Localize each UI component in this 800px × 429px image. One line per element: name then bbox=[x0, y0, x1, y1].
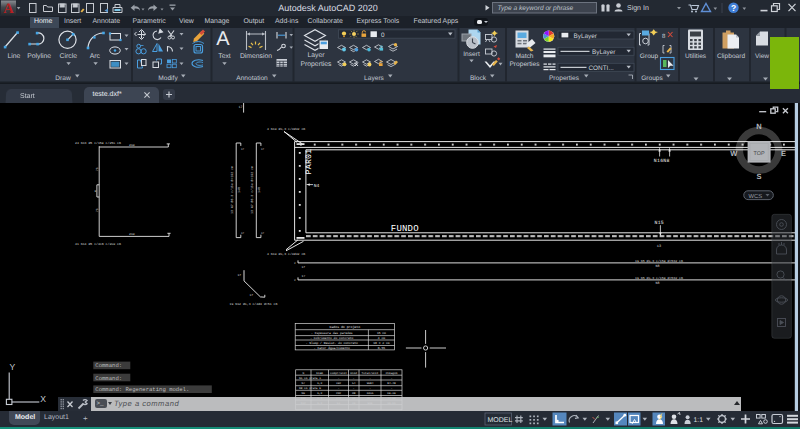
svg-text:Properties: Properties bbox=[549, 75, 580, 82]
svg-text:Annotation: Annotation bbox=[236, 75, 268, 82]
svg-text:13: 13 bbox=[657, 244, 661, 249]
svg-text:Type a keyword or phrase: Type a keyword or phrase bbox=[498, 5, 574, 12]
svg-text:17: 17 bbox=[241, 148, 245, 151]
svg-text:Pesagem: Pesagem bbox=[386, 372, 398, 375]
svg-text:Dados do projeto: Dados do projeto bbox=[329, 325, 360, 329]
svg-text:FUNDO: FUNDO bbox=[391, 224, 419, 234]
svg-text:Utilities: Utilities bbox=[685, 53, 707, 60]
svg-text:S: S bbox=[756, 172, 761, 181]
svg-text:69.19: 69.19 bbox=[387, 392, 396, 395]
svg-text:N7: N7 bbox=[302, 382, 306, 385]
svg-text:6,3: 6,3 bbox=[317, 382, 322, 385]
svg-text:N15: N15 bbox=[655, 220, 665, 226]
svg-text:CONTI...: CONTI... bbox=[589, 65, 614, 72]
svg-text:17: 17 bbox=[241, 232, 245, 235]
svg-text:38: 38 bbox=[352, 392, 356, 395]
svg-text:4 N10 Ø6,3 c/4Ø42 cm: 4 N10 Ø6,3 c/4Ø42 cm bbox=[267, 252, 305, 256]
svg-text:Unid: Unid bbox=[350, 371, 357, 375]
svg-text:N9: N9 bbox=[302, 392, 306, 395]
svg-text:Modify: Modify bbox=[158, 75, 178, 82]
svg-text:192: 192 bbox=[336, 382, 341, 385]
svg-text:0: 0 bbox=[381, 32, 385, 39]
svg-text:10 ± 2 cm: 10 ± 2 cm bbox=[373, 342, 389, 345]
svg-text:148: 148 bbox=[257, 187, 261, 193]
svg-text:Y: Y bbox=[10, 362, 16, 372]
svg-text:Line: Line bbox=[7, 53, 20, 60]
svg-text:N8 CA prata 9: N8 CA prata 9 bbox=[299, 387, 321, 390]
svg-text:Compr/unit: Compr/unit bbox=[330, 371, 347, 375]
svg-text:A: A bbox=[3, 1, 14, 16]
svg-text:View: View bbox=[755, 53, 769, 60]
svg-text:Groups: Groups bbox=[641, 75, 663, 82]
svg-text:Diâm: Diâm bbox=[316, 371, 323, 375]
svg-text:- Cobrimento do concreto: - Cobrimento do concreto bbox=[310, 336, 353, 340]
svg-text:Autodesk AutoCAD 2020: Autodesk AutoCAD 2020 bbox=[278, 3, 378, 13]
svg-text:Command: Regenerating model.: Command: Regenerating model. bbox=[95, 386, 189, 393]
svg-text:17: 17 bbox=[238, 274, 242, 277]
svg-text:75: 75 bbox=[96, 208, 99, 212]
svg-text:17: 17 bbox=[261, 148, 265, 151]
svg-text:MODEL: MODEL bbox=[488, 417, 513, 424]
svg-text:15 cm: 15 cm bbox=[377, 332, 386, 335]
svg-text:Command:: Command: bbox=[95, 375, 122, 382]
svg-text:13 N7 Ø6,3 c/15e Ø=192 cm: 13 N7 Ø6,3 c/15e Ø=192 cm bbox=[230, 166, 234, 214]
svg-text:Total/unit: Total/unit bbox=[362, 371, 379, 375]
svg-text:17: 17 bbox=[302, 274, 306, 278]
svg-text:Clipboard: Clipboard bbox=[717, 53, 746, 60]
svg-text:84.48: 84.48 bbox=[387, 382, 396, 385]
svg-text:Layers: Layers bbox=[364, 75, 384, 82]
svg-text:Properties: Properties bbox=[509, 61, 540, 68]
svg-text:148: 148 bbox=[237, 187, 241, 193]
svg-text:13 N7 Ø6,3 c/15e Ø=192 cm: 13 N7 Ø6,3 c/15e Ø=192 cm bbox=[250, 166, 254, 214]
svg-text:TOP: TOP bbox=[754, 151, 765, 157]
svg-text:ByLayer: ByLayer bbox=[592, 49, 616, 56]
svg-text:N4: N4 bbox=[314, 183, 320, 189]
svg-text:Block: Block bbox=[470, 75, 487, 82]
svg-text:Command:: Command: bbox=[95, 362, 122, 369]
svg-text:Match: Match bbox=[516, 53, 534, 60]
svg-text:A: A bbox=[216, 28, 230, 50]
svg-text:N6 CA prata 1: N6 CA prata 1 bbox=[299, 377, 321, 380]
svg-text:260: 260 bbox=[129, 232, 135, 236]
svg-text:Polyline: Polyline bbox=[27, 53, 51, 60]
svg-text:PAR01: PAR01 bbox=[305, 148, 314, 174]
svg-text:- Fator Água/Cimento: - Fator Água/Cimento bbox=[314, 346, 350, 350]
svg-text:19 N5 Ø6,3 c/15e Ø=532 cm: 19 N5 Ø6,3 c/15e Ø=532 cm bbox=[635, 259, 683, 263]
svg-text:24 N13 Ø5 c/15e c/256 cm: 24 N13 Ø5 c/15e c/256 cm bbox=[75, 141, 121, 145]
svg-text:6,3: 6,3 bbox=[317, 392, 322, 395]
svg-text:- Slump / Resist. do concreto: - Slump / Resist. do concreto bbox=[306, 341, 358, 345]
svg-text:54: 54 bbox=[352, 382, 356, 385]
svg-text:1:1: 1:1 bbox=[694, 417, 704, 424]
svg-text:75: 75 bbox=[96, 167, 99, 171]
svg-text:19 N5 Ø6,3 c/15e Ø=532 cm: 19 N5 Ø6,3 c/15e Ø=532 cm bbox=[635, 276, 683, 280]
svg-text:?: ? bbox=[731, 3, 736, 13]
svg-text:ByLayer: ByLayer bbox=[574, 33, 598, 40]
svg-text:17: 17 bbox=[239, 105, 243, 110]
svg-text:232: 232 bbox=[336, 392, 341, 395]
svg-text:0,55: 0,55 bbox=[378, 347, 385, 350]
svg-text:260: 260 bbox=[129, 143, 135, 147]
svg-text:N8: N8 bbox=[656, 264, 660, 269]
svg-text:41 N14 Ø5 c/4cm c/260 cm: 41 N14 Ø5 c/4cm c/260 cm bbox=[75, 242, 121, 246]
svg-text:Group: Group bbox=[640, 53, 659, 60]
svg-text:19 N12 Ø6,3 c/4Ø4 Ø=51 cm: 19 N12 Ø6,3 c/4Ø4 Ø=51 cm bbox=[230, 302, 278, 306]
svg-text:Text: Text bbox=[218, 53, 231, 60]
svg-text:- Espessura das paredes: - Espessura das paredes bbox=[311, 331, 353, 335]
svg-text:Properties: Properties bbox=[301, 61, 333, 68]
svg-text:6316: 6316 bbox=[367, 392, 374, 395]
svg-text:N: N bbox=[756, 122, 761, 131]
svg-text:N8: N8 bbox=[656, 281, 660, 286]
svg-text:Dimension: Dimension bbox=[240, 53, 272, 60]
svg-text:9984: 9984 bbox=[367, 382, 374, 385]
svg-text:4 cm: 4 cm bbox=[378, 337, 385, 340]
svg-text:WCS: WCS bbox=[749, 193, 763, 200]
svg-text:17: 17 bbox=[250, 294, 254, 297]
svg-text:Arc: Arc bbox=[90, 53, 101, 60]
svg-text:Draw: Draw bbox=[55, 75, 71, 82]
svg-text:N16N8: N16N8 bbox=[654, 158, 670, 164]
svg-text:Layer: Layer bbox=[307, 52, 325, 59]
svg-text:Sign In: Sign In bbox=[627, 4, 649, 12]
svg-text:17: 17 bbox=[261, 232, 265, 235]
svg-text:17: 17 bbox=[302, 266, 306, 269]
svg-text:Circle: Circle bbox=[60, 53, 78, 60]
